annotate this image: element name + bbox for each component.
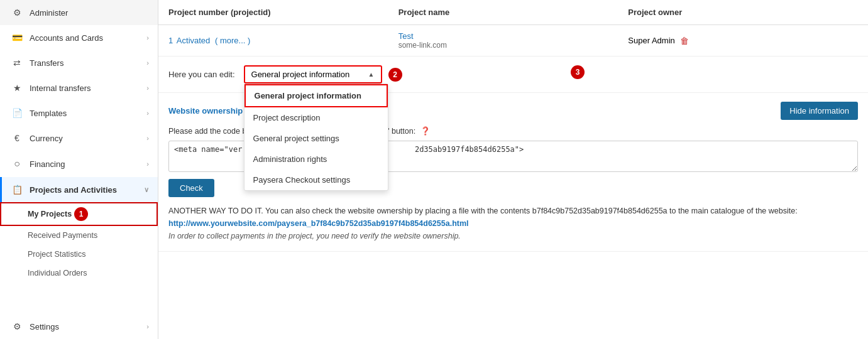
sidebar-subitem-my-projects[interactable]: My Projects 1 [0, 202, 158, 226]
chevron-right-icon: › [146, 84, 149, 92]
transfers-icon: ⇄ [11, 58, 23, 68]
template-icon: 📄 [11, 108, 23, 118]
sidebar-item-projects-and-activities[interactable]: 📋 Projects and Activities ∨ [0, 177, 158, 202]
project-status: Activated [177, 36, 210, 45]
website-ownership-title: Website ownership [168, 106, 243, 116]
dropdown-item-general-project-settings[interactable]: General project settings [244, 128, 388, 149]
sidebar-item-label: Administer [30, 8, 149, 18]
table-row: 1 Activated ( more... ) Test some-link.c… [158, 25, 868, 56]
project-url: some-link.com [398, 41, 629, 50]
dropdown-menu: General project information Project desc… [244, 83, 388, 191]
sidebar-item-administer[interactable]: ⚙ Administer [0, 0, 158, 25]
dropdown-item-general-project-info[interactable]: General project information [244, 84, 388, 107]
sidebar-subitem-individual-orders[interactable]: Individual Orders [0, 264, 158, 282]
edit-section: Here you can edit: General project infor… [158, 56, 868, 93]
edit-label: Here you can edit: [168, 70, 235, 79]
sidebar-item-internal-transfers[interactable]: ★ Internal transfers › [0, 75, 158, 100]
dropdown-selected-label: General project information [251, 70, 350, 79]
dropdown-trigger[interactable]: General project information ▲ [244, 65, 382, 83]
step-badge-3: 3 [571, 65, 585, 79]
sidebar-item-label: Currency [30, 134, 146, 143]
col-project-owner: Project owner [628, 8, 858, 17]
sidebar-item-label: Templates [30, 109, 146, 118]
sidebar-item-label: Internal transfers [30, 83, 146, 93]
sub-item-label: My Projects [28, 210, 72, 218]
chevron-right-icon: › [146, 109, 149, 117]
sidebar-item-label: Transfers [30, 58, 146, 68]
alt-way-description: ANOTHER WAY TO DO IT. You can also check… [168, 207, 798, 215]
alt-way-text: ANOTHER WAY TO DO IT. You can also check… [168, 205, 858, 242]
projects-icon: 📋 [11, 185, 23, 195]
sidebar-subitem-received-payments[interactable]: Received Payments [0, 226, 158, 245]
project-number-cell: 1 Activated ( more... ) [168, 36, 398, 45]
sidebar-item-settings[interactable]: ⚙ Settings › [0, 314, 158, 339]
sub-item-label: Individual Orders [28, 269, 87, 277]
dropdown-wrapper: General project information ▲ General pr… [244, 65, 382, 83]
star-icon: ★ [11, 83, 23, 93]
sub-item-label: Project Statistics [28, 250, 85, 259]
project-owner-cell: Super Admin 🗑 [628, 36, 858, 46]
project-owner-name: Super Admin [628, 36, 674, 45]
sidebar-item-templates[interactable]: 📄 Templates › [0, 100, 158, 126]
dropdown-item-administration-rights[interactable]: Administration rights [244, 149, 388, 170]
question-icon[interactable]: ❓ [420, 127, 431, 136]
sidebar-item-label: Financing [30, 159, 146, 169]
step-badge-2: 2 [388, 68, 402, 82]
sidebar-item-transfers[interactable]: ⇄ Transfers › [0, 50, 158, 75]
chevron-right-icon: › [146, 160, 149, 168]
chevron-right-icon: › [146, 134, 149, 142]
administer-icon: ⚙ [11, 8, 23, 18]
chevron-right-icon: › [146, 59, 149, 67]
currency-icon: € [11, 133, 23, 143]
col-project-number: Project number (projectid) [168, 8, 398, 17]
chevron-right-icon: › [146, 323, 149, 330]
delete-icon[interactable]: 🗑 [680, 36, 689, 46]
alt-link[interactable]: http://www.yourwebsite.com/paysera_b7f84… [168, 219, 469, 228]
sidebar-item-label: Settings [30, 322, 146, 331]
settings-icon: ⚙ [11, 321, 23, 331]
more-link[interactable]: ( more... ) [215, 36, 250, 45]
sidebar-subitem-project-statistics[interactable]: Project Statistics [0, 245, 158, 264]
check-button[interactable]: Check [168, 179, 214, 197]
sidebar-item-currency[interactable]: € Currency › [0, 126, 158, 151]
table-header: Project number (projectid) Project name … [158, 0, 868, 25]
project-number-link[interactable]: 1 [168, 36, 173, 45]
chevron-down-icon: ∨ [144, 186, 149, 194]
sidebar-item-label: Accounts and Cards [30, 33, 146, 43]
project-name-cell: Test some-link.com [398, 31, 629, 50]
step-badge-1: 1 [74, 207, 88, 221]
dropdown-item-project-description[interactable]: Project description [244, 107, 388, 128]
col-project-name: Project name [398, 8, 629, 17]
chevron-up-icon: ▲ [368, 71, 375, 78]
sidebar-item-label: Projects and Activities [30, 185, 144, 195]
financing-icon: ○ [11, 158, 23, 170]
chevron-right-icon: › [146, 34, 149, 41]
main-content: Project number (projectid) Project name … [158, 0, 868, 339]
sidebar-item-accounts-and-cards[interactable]: 💳 Accounts and Cards › [0, 25, 158, 50]
sidebar-item-financing[interactable]: ○ Financing › [0, 151, 158, 177]
dropdown-item-paysera-checkout-settings[interactable]: Paysera Checkout settings [244, 170, 388, 190]
cards-icon: 💳 [11, 33, 23, 43]
alt-note: In order to collect payments in the proj… [168, 232, 461, 240]
sub-item-label: Received Payments [28, 231, 97, 240]
sidebar: ⚙ Administer 💳 Accounts and Cards › ⇄ Tr… [0, 0, 158, 339]
hide-information-button[interactable]: Hide information [781, 102, 858, 120]
project-name-link[interactable]: Test [398, 31, 629, 41]
